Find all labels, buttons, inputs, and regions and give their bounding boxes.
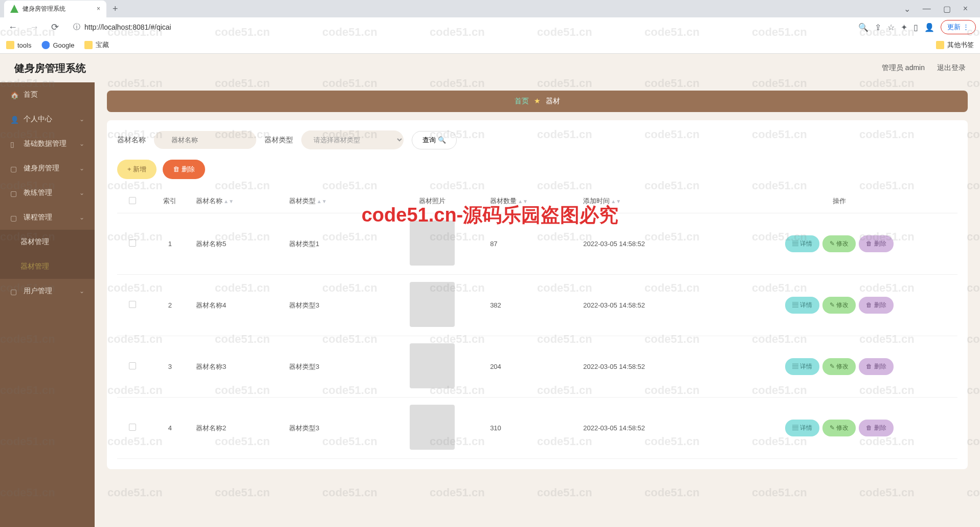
main-content: 首页 ★ 器材 器材名称 🔍 器材类型 请选择器材类型 查询 🔍 + 新增 🗑 … [95,82,980,527]
detail-button[interactable]: ▤ 详情 [785,420,819,436]
chevron-down-icon: ⌄ [79,189,84,196]
share-icon[interactable]: ⇪ [875,23,881,32]
breadcrumb: 首页 ★ 器材 [107,91,968,112]
filter-type-label: 器材类型 [264,136,293,145]
detail-button[interactable]: ▤ 详情 [785,358,819,375]
breadcrumb-home[interactable]: 首页 [515,97,529,105]
cell-qty: 310 [486,398,579,459]
row-checkbox[interactable] [129,301,136,308]
row-delete-button[interactable]: 🗑 删除 [859,420,893,436]
sidebar-item-equipment-sub[interactable]: 器材管理 [0,230,95,254]
sort-icon[interactable]: ▲▼ [518,200,528,203]
logout-button[interactable]: 退出登录 [937,63,966,73]
sort-icon[interactable]: ▲▼ [317,200,327,203]
minimize-icon[interactable]: — [923,4,931,14]
edit-button[interactable]: ✎ 修改 [822,235,856,252]
profile-icon[interactable]: 👤 [924,23,934,32]
filter-type-select[interactable]: 请选择器材类型 [301,130,404,149]
back-icon[interactable]: ← [4,20,21,35]
home-icon: 🏠 [10,91,17,98]
zoom-icon[interactable]: 🔍 [858,23,868,32]
sidebar-item-user[interactable]: ▢ 用户管理 ⌄ [0,279,95,303]
col-type[interactable]: 器材类型▲▼ [285,189,378,213]
chevron-down-icon: ⌄ [79,116,84,123]
row-delete-button[interactable]: 🗑 删除 [859,235,893,252]
sidebar-item-gym[interactable]: ▢ 健身房管理 ⌄ [0,156,95,181]
sidebar-item-profile[interactable]: 👤 个人中心 ⌄ [0,107,95,131]
browser-tab[interactable]: 健身房管理系统 × [4,1,106,17]
row-delete-button[interactable]: 🗑 删除 [859,358,893,375]
forward-icon[interactable]: → [26,20,43,35]
star-icon[interactable]: ☆ [887,23,895,32]
url-bar[interactable]: ⓘ http://localhost:8081/#/qicai [67,20,854,34]
update-button[interactable]: 更新 ⋮ [941,20,976,34]
sidebar-item-coach[interactable]: ▢ 教练管理 ⌄ [0,181,95,205]
sidebar-item-label: 器材管理 [20,237,49,247]
extensions-icon[interactable]: ✦ [901,23,907,32]
action-row: + 新增 🗑 删除 [117,160,957,179]
col-name[interactable]: 器材名称▲▼ [192,189,285,213]
cell-type: 器材类型1 [285,213,378,275]
add-button[interactable]: + 新增 [117,160,157,179]
close-window-icon[interactable]: × [963,4,968,14]
cell-time: 2022-03-05 14:58:52 [579,398,721,459]
tab-close-icon[interactable]: × [97,5,100,12]
row-checkbox[interactable] [129,362,136,369]
window-controls: ⌄ — ▢ × [896,4,976,14]
detail-button[interactable]: ▤ 详情 [785,297,819,314]
bookmark-treasure[interactable]: 宝藏 [84,40,109,50]
sort-icon[interactable]: ▲▼ [611,200,621,203]
breadcrumb-current: 器材 [546,97,560,105]
other-bookmarks[interactable]: 其他书签 [936,40,974,50]
bookmark-google[interactable]: Google [41,41,74,49]
reload-icon[interactable]: ⟳ [47,19,63,35]
sidebar-item-basedata[interactable]: ▯ 基础数据管理 ⌄ [0,131,95,156]
sidebar-item-course[interactable]: ▢ 课程管理 ⌄ [0,205,95,230]
col-index[interactable]: 索引 [148,189,192,213]
col-qty[interactable]: 器材数量▲▼ [486,189,579,213]
edit-button[interactable]: ✎ 修改 [822,297,856,314]
sidebar-item-label: 课程管理 [24,213,52,222]
building-icon: ▢ [10,165,17,172]
chevron-down-icon: ⌄ [79,165,84,172]
tab-title: 健身房管理系统 [23,5,65,13]
coach-icon: ▢ [10,189,17,196]
col-actions: 操作 [721,189,958,213]
sidebar-item-label: 个人中心 [24,115,52,124]
delete-button[interactable]: 🗑 删除 [163,160,205,179]
cell-name: 器材名称2 [192,398,285,459]
maximize-icon[interactable]: ▢ [943,4,951,14]
user-label[interactable]: 管理员 admin [882,63,925,73]
edit-button[interactable]: ✎ 修改 [822,358,856,375]
app-header: 健身房管理系统 管理员 admin 退出登录 [0,54,980,82]
cell-index: 3 [148,336,192,398]
dropdown-icon[interactable]: ⌄ [904,4,910,14]
row-delete-button[interactable]: 🗑 删除 [859,297,893,314]
row-checkbox[interactable] [129,239,136,247]
sidebar-item-home[interactable]: 🏠 首页 [0,82,95,107]
star-separator-icon: ★ [534,97,541,105]
sidebar: 🏠 首页 👤 个人中心 ⌄ ▯ 基础数据管理 ⌄ ▢ 健身房管理 ⌄ ▢ 教练管… [0,82,95,527]
app-body: 🏠 首页 👤 个人中心 ⌄ ▯ 基础数据管理 ⌄ ▢ 健身房管理 ⌄ ▢ 教练管… [0,82,980,527]
tab-bar: 健身房管理系统 × + ⌄ — ▢ × [0,0,980,17]
equipment-image[interactable] [410,282,455,327]
equipment-image[interactable] [410,221,455,266]
bookmark-tools[interactable]: tools [6,41,31,49]
select-all-checkbox[interactable] [129,197,136,204]
filter-name-input[interactable] [154,131,256,149]
col-time[interactable]: 添加时间▲▼ [579,189,721,213]
filter-name-label: 器材名称 [117,136,146,145]
query-button[interactable]: 查询 🔍 [412,131,457,149]
cell-photo [378,398,486,459]
sidebar-item-label: 健身房管理 [24,164,59,173]
new-tab-button[interactable]: + [106,4,124,14]
row-checkbox[interactable] [129,424,136,431]
equipment-image[interactable] [410,343,455,388]
equipment-image[interactable] [410,405,455,450]
sort-icon[interactable]: ▲▼ [224,200,234,203]
sidebar-item-equipment-active[interactable]: 器材管理 [0,254,95,279]
cell-index: 4 [148,398,192,459]
detail-button[interactable]: ▤ 详情 [785,235,819,252]
edit-button[interactable]: ✎ 修改 [822,420,856,436]
panel-icon[interactable]: ▯ [914,23,918,32]
